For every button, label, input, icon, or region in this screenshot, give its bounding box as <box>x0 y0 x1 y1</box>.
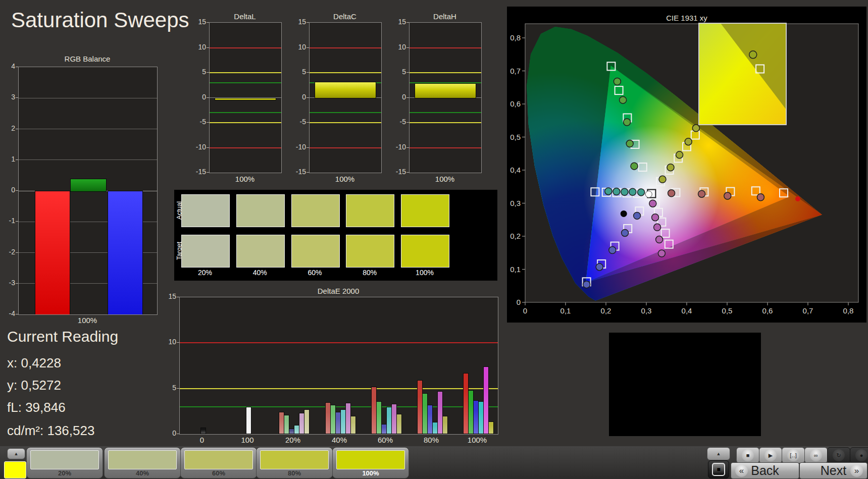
svg-text:0,7: 0,7 <box>803 306 813 315</box>
limit-line <box>410 122 481 123</box>
next-button[interactable]: Next» <box>799 462 867 479</box>
axis-tick: 5 <box>391 68 406 76</box>
limit-line <box>410 147 481 148</box>
back-button[interactable]: «Back <box>731 462 799 479</box>
measured-dot-cyan <box>621 188 628 195</box>
pattern-button-60%[interactable]: 60% <box>180 447 257 478</box>
deltae-x-label: 40% <box>324 436 354 444</box>
tick-icon <box>16 129 18 129</box>
pattern-button-label: 40% <box>105 469 180 477</box>
measured-dot-green <box>631 163 638 170</box>
play-icon: ▶ <box>764 449 777 461</box>
deltae-x-label: 0 <box>187 436 217 444</box>
inset-measured-dot <box>749 51 757 59</box>
axis-tick: 10 <box>391 43 406 51</box>
swatch-col-label: 20% <box>181 269 229 277</box>
swatch-col-label: 40% <box>236 269 284 277</box>
axis-tick: -5 <box>291 118 306 126</box>
delta-bar <box>215 98 276 100</box>
limit-line <box>310 147 381 148</box>
cie-svg: CIE 1931 xy00,10,20,30,40,50,60,70,800,1… <box>507 7 866 323</box>
svg-text:0,2: 0,2 <box>601 306 611 315</box>
stop-button[interactable]: ■ <box>736 447 759 463</box>
continuous-icon: ∞ <box>810 449 822 461</box>
limit-line <box>210 147 281 148</box>
limit-line <box>310 122 381 123</box>
continuous-button[interactable]: ∞ <box>804 447 828 463</box>
measured-dot-magenta <box>652 214 659 221</box>
swatch-col-label: 80% <box>346 269 393 277</box>
svg-text:0,8: 0,8 <box>843 306 854 315</box>
limit-line <box>310 72 381 73</box>
collapse-button[interactable]: ▲ <box>7 448 25 459</box>
svg-text:0,6: 0,6 <box>510 99 521 108</box>
swatch-actual <box>181 194 230 227</box>
axis-tick: -15 <box>191 168 206 176</box>
pattern-size-button[interactable]: [‥] <box>782 447 805 463</box>
limit-line <box>180 342 498 343</box>
pattern-toggle-button[interactable]: ■ <box>708 460 729 478</box>
tick-icon <box>207 97 209 98</box>
record-button[interactable]: ● <box>850 447 868 463</box>
limit-line <box>410 72 481 73</box>
measured-dot-magenta <box>654 224 661 231</box>
delta-plot <box>409 22 482 173</box>
refresh-button[interactable]: ↻ <box>827 447 850 463</box>
rgb-bar-blue <box>108 191 143 314</box>
gridline <box>19 129 157 129</box>
delta-chart-deltah: DeltaH151050-5-10-15100% <box>391 12 488 191</box>
pattern-button-40%[interactable]: 40% <box>104 447 181 478</box>
axis-tick: -4 <box>1 309 15 317</box>
pattern-button-20%[interactable]: 20% <box>26 447 103 478</box>
axis-tick: 15 <box>191 18 206 26</box>
swatch-actual <box>401 194 449 227</box>
measured-dot-cyan <box>629 188 636 195</box>
svg-text:0,5: 0,5 <box>722 306 733 315</box>
tick-icon <box>307 22 309 23</box>
tick-icon <box>177 434 179 434</box>
delta-plot <box>309 22 382 173</box>
measured-dot-blue <box>596 263 603 271</box>
deltae-bar <box>442 416 448 434</box>
pattern-button-label: 100% <box>333 469 409 477</box>
next-icon: » <box>850 464 863 477</box>
deltae-x-label: 20% <box>278 436 308 444</box>
axis-tick: -10 <box>391 143 406 151</box>
limit-line <box>410 47 481 48</box>
limit-line <box>180 406 498 407</box>
tick-icon <box>406 122 409 123</box>
measured-dot-cyan <box>638 189 645 196</box>
measured-dot-magenta <box>649 200 656 207</box>
tick-icon <box>207 47 209 48</box>
measured-dot-green <box>614 78 621 85</box>
tick-icon <box>177 342 179 343</box>
axis-tick: -1 <box>1 217 15 225</box>
deltae-bar <box>246 407 251 434</box>
axis-tick: 10 <box>162 338 176 346</box>
pattern-button-100%[interactable]: 100% <box>332 447 409 478</box>
delta-bar <box>415 83 476 98</box>
axis-label: 100% <box>18 316 157 325</box>
svg-text:0,6: 0,6 <box>762 306 773 315</box>
chart-title: RGB Balance <box>18 55 157 63</box>
page-title: Saturation Sweeps <box>11 8 189 32</box>
pattern-chip <box>108 450 177 469</box>
tick-icon <box>16 67 18 67</box>
tick-icon <box>307 47 309 48</box>
svg-text:0: 0 <box>517 298 521 306</box>
rgb-plot <box>18 67 158 315</box>
pattern-chip <box>184 450 253 469</box>
tick-icon <box>406 22 409 23</box>
pattern-toggle-icon: ■ <box>712 463 725 476</box>
play-button[interactable]: ▶ <box>759 447 782 463</box>
axis-label: 100% <box>409 175 481 183</box>
svg-text:0,1: 0,1 <box>510 265 521 274</box>
limit-line <box>210 122 281 123</box>
delta-chart-deltal: DeltaL151050-5-10-15100% <box>191 12 288 191</box>
chart-title: DeltaH <box>409 12 481 21</box>
measured-dot-red <box>668 190 675 197</box>
tick-icon <box>16 97 18 98</box>
collapse-button-right[interactable]: ▲ <box>707 447 730 460</box>
white-point-measured <box>645 191 652 197</box>
pattern-button-80%[interactable]: 80% <box>256 447 333 478</box>
